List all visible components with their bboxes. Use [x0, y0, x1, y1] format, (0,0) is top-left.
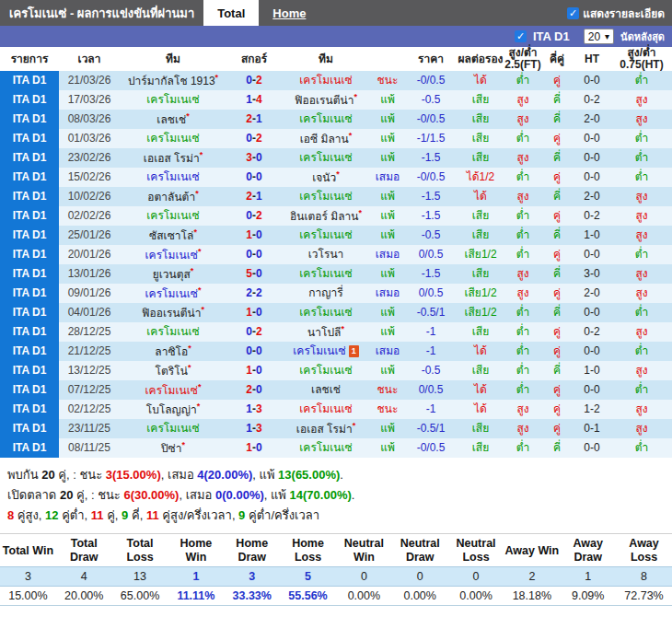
price-cell: -0.5	[405, 361, 457, 380]
over-under-ft-cell: ต่ำ	[504, 71, 541, 90]
team-name: ปาร์มากัลโช 1913	[128, 75, 215, 87]
match-row: ITA D125/01/26ซัสเซาโล่*1-0เครโมเนเซ่แพ้…	[0, 226, 672, 245]
tab-home[interactable]: Home	[259, 0, 319, 26]
stats-percent-cell: 55.56%	[280, 587, 336, 606]
away-goals: 0	[256, 228, 262, 241]
odd-even-text: คู่	[553, 344, 561, 357]
favorite-star-icon: *	[188, 363, 191, 372]
over-under-ft-cell: ต่ำ	[504, 129, 541, 148]
favorite-star-icon: *	[198, 247, 202, 256]
handicap-result-text: เสีย	[472, 441, 489, 454]
match-count-select[interactable]: 20 ▾	[584, 29, 614, 44]
summary-segment: 20	[41, 468, 54, 482]
away-team-cell: เครโมเนเซ่	[282, 187, 370, 206]
league-cell: ITA D1	[0, 361, 59, 380]
over-under-ft-cell: ต่ำ	[504, 342, 541, 361]
away-team-cell: เลชเช่	[282, 380, 370, 400]
column-header	[370, 47, 405, 71]
team-name: เครโมเนเซ่	[299, 306, 352, 319]
date-cell: 21/12/25	[59, 342, 120, 361]
summary-block: พบกัน 20 คู่, : ชนะ 3(15.00%), เสมอ 4(20…	[0, 458, 672, 531]
over-under-ft-text: ต่ำ	[516, 344, 530, 357]
result-cell: แพ้	[370, 419, 405, 438]
over-under-ft-text: สูง	[516, 112, 528, 125]
league-filter-checkbox[interactable]: ✓	[515, 30, 527, 42]
away-goals: 2	[256, 74, 262, 87]
home-team-cell: เครโมเนเซ่	[120, 419, 226, 438]
stats-header: Home Draw	[224, 534, 280, 567]
show-details-checkbox[interactable]: ✓	[567, 7, 579, 19]
home-goals: 0	[246, 209, 252, 222]
home-goals: 1	[246, 228, 252, 241]
score-cell: 1-0	[226, 226, 282, 245]
away-team-cell: เครโมเนเซ่	[282, 361, 370, 380]
summary-segment: 4(20.00%)	[197, 468, 252, 482]
odd-even-cell: คี่	[541, 226, 573, 245]
match-row: ITA D102/02/26เครโมเนเซ่0-2อินเตอร์ มิลา…	[0, 206, 672, 226]
home-goals: 1	[246, 364, 252, 377]
result-text: เสมอ	[376, 249, 400, 262]
over-under-ft-cell: ต่ำ	[504, 245, 541, 264]
favorite-star-icon: *	[200, 150, 203, 159]
match-row: ITA D107/12/25เครโมเนเซ่*2-0เลชเช่ชนะ0/0…	[0, 380, 672, 400]
handicap-result-cell: ได้	[457, 187, 504, 206]
over-under-ft-text: ต่ำ	[516, 132, 530, 145]
stats-percent-cell: 20.00%	[56, 587, 112, 606]
team-name: เครโมเนเซ่	[145, 384, 198, 397]
odd-even-text: คู่	[553, 325, 561, 338]
handicap-result-cell: เสีย	[457, 226, 504, 245]
odd-even-cell: คู่	[541, 342, 573, 361]
date-cell: 28/12/25	[59, 322, 120, 342]
handicap-result-cell: ได้1/2	[457, 168, 504, 187]
team-name: เครโมเนเซ่	[299, 190, 352, 203]
away-team-cell: เครโมเนเซ่	[282, 400, 370, 419]
over-under-ft-text: ต่ำ	[516, 306, 530, 319]
stats-header: Total Loss	[112, 534, 168, 567]
home-team-cell: ปาร์มากัลโช 1913*	[120, 71, 226, 90]
team-name: ยูเวนตุส	[153, 268, 191, 281]
handicap-result-cell: เสีย	[457, 90, 504, 110]
over-under-ht-text: สูง	[635, 228, 647, 241]
odd-even-text: คู่	[553, 286, 561, 299]
summary-segment: 12	[45, 508, 58, 522]
odd-even-text: คี่	[553, 190, 561, 203]
home-team-cell: โบโลญญ่า*	[120, 400, 226, 419]
handicap-result-cell: ได้	[457, 342, 504, 361]
tab-total[interactable]: Total	[203, 0, 259, 26]
away-team-cell: เอเอส โรม่า*	[282, 419, 370, 438]
odd-even-cell: คู่	[541, 284, 573, 303]
away-goals: 0	[256, 344, 262, 357]
stats-count-cell: 0	[336, 567, 392, 587]
summary-segment: คู่,	[104, 508, 122, 522]
result-text: แพ้	[380, 94, 395, 107]
price-cell: 0/0.5	[405, 284, 457, 303]
favorite-star-icon: *	[336, 169, 340, 179]
over-under-ht-text: สูง	[635, 286, 647, 299]
team-name: เครโมเนเซ่	[145, 287, 198, 300]
home-team-cell: อตาลันต้า*	[120, 187, 226, 206]
over-under-ht-text: ต่ำ	[635, 441, 649, 454]
summary-segment: 11	[91, 508, 104, 522]
favorite-star-icon: *	[358, 208, 362, 217]
team-name: อตาลันต้า	[147, 191, 195, 204]
stats-header: Away Win	[504, 534, 560, 567]
summary-line-3: 8 คู่สูง, 12 คู่ต่ำ, 11 คู่, 9 คี่, 11 ค…	[7, 506, 665, 526]
handicap-result-cell: เสีย	[457, 438, 504, 458]
away-team-cell: เวโรนา	[282, 245, 370, 264]
odd-even-cell: คี่	[541, 187, 573, 206]
handicap-result-text: ได้	[474, 344, 487, 357]
handicap-result-text: เสีย1/2	[464, 248, 496, 261]
over-under-ft-cell: สูง	[504, 187, 541, 206]
stats-percent-cell: 15.00%	[0, 587, 56, 606]
match-row: ITA D113/12/25โตริโน่*1-0เครโมเนเซ่แพ้-0…	[0, 361, 672, 380]
summary-segment: 11	[146, 508, 159, 522]
over-under-ht-text: สูง	[635, 190, 647, 203]
over-under-ht-text: สูง	[635, 267, 647, 280]
over-under-ht-text: สูง	[635, 364, 647, 377]
price-cell: 0/0.5	[405, 380, 457, 400]
away-team-cell: นาโปลี*	[282, 322, 370, 342]
price-cell: -1.5	[405, 148, 457, 168]
result-cell: เสมอ	[370, 245, 405, 264]
odd-even-text: คี่	[553, 228, 561, 241]
over-under-ft-cell: สูง	[504, 400, 541, 419]
